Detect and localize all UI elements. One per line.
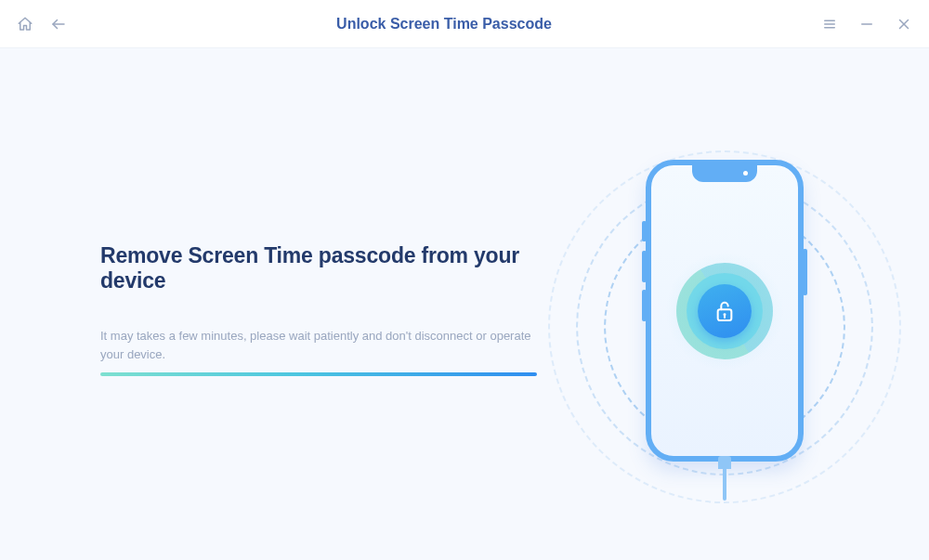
page-subtext: It may takes a few minutes, please wait … [100, 327, 546, 363]
phone-center-graphic [664, 251, 785, 371]
page-heading: Remove Screen Time passcode from your de… [100, 243, 546, 293]
phone-cable [718, 456, 731, 501]
phone-side-button [642, 290, 647, 321]
content-area: Remove Screen Time passcode from your de… [0, 48, 929, 560]
left-pane: Remove Screen Time passcode from your de… [100, 243, 546, 376]
minimize-icon[interactable] [858, 16, 875, 33]
titlebar: Unlock Screen Time Passcode [0, 0, 929, 48]
back-icon[interactable] [50, 16, 67, 33]
home-icon[interactable] [17, 16, 33, 33]
menu-icon[interactable] [821, 16, 838, 33]
window-title: Unlock Screen Time Passcode [67, 16, 821, 33]
phone-notch [692, 165, 757, 182]
phone-side-button [642, 251, 647, 282]
phone-side-button [642, 221, 647, 241]
unlock-icon [714, 299, 735, 323]
progress-bar [100, 372, 537, 376]
phone-body [646, 160, 804, 462]
phone-illustration [595, 150, 855, 522]
phone-side-button [803, 249, 807, 295]
close-icon[interactable] [896, 16, 912, 33]
